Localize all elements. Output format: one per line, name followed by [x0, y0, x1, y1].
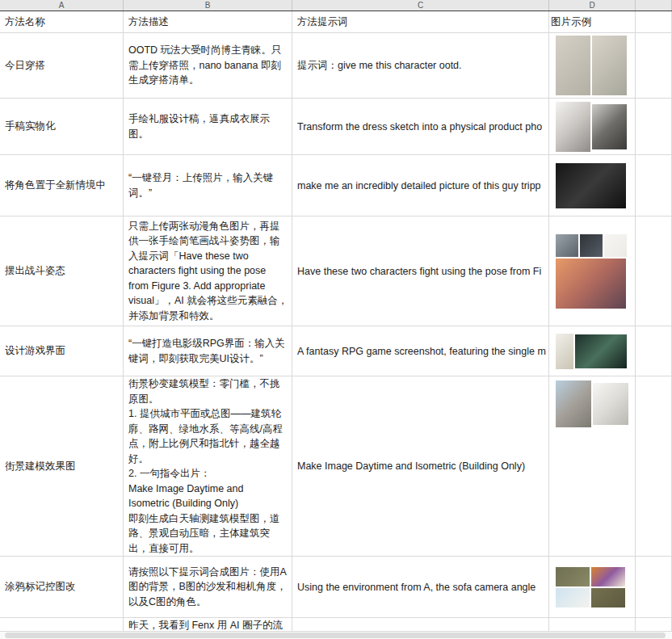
composite-source-b-explosion-image[interactable] [591, 567, 625, 586]
cell-empty[interactable] [636, 376, 672, 557]
anime-character-1-image[interactable] [556, 234, 578, 257]
column-header-C[interactable]: C [292, 0, 549, 11]
cell-example-images[interactable] [549, 557, 636, 618]
cell-method-description[interactable]: 街景秒变建筑模型：零门槛，不挑原图。 1. 提供城市平面或总图——建筑轮廓、路网… [124, 376, 292, 557]
table-row: 涂鸦标记控图改请按照以下提示词合成图片：使用A图的背景，B图的沙发和相机角度，以… [0, 557, 672, 618]
cell-method-prompt[interactable]: Using the environment from A, the sofa c… [292, 557, 549, 618]
cell-method-description[interactable]: “一键打造电影级RPG界面：输入关键词，即刻获取完美UI设计。” [124, 326, 292, 376]
cell-method-prompt[interactable]: Make Image Daytime and Isometric (Buildi… [292, 376, 549, 557]
column-header-A[interactable]: A [0, 0, 124, 11]
composite-result-image[interactable] [591, 588, 625, 607]
cell-method-prompt[interactable] [292, 618, 549, 632]
table-row: 手稿实物化手绘礼服设计稿，逼真成衣展示图。Transform the dress… [0, 99, 672, 155]
cell-example-images[interactable] [549, 217, 636, 326]
cell-method-name[interactable]: 涂鸦标记控图改 [0, 557, 124, 618]
cell-method-name[interactable]: 设计游戏界面 [0, 326, 124, 376]
cell-method-description[interactable]: “一键登月：上传照片，输入关键词。” [124, 155, 292, 217]
column-header-partial[interactable] [636, 0, 672, 11]
header-cell-2[interactable]: 方法提示词 [292, 11, 549, 33]
cell-method-prompt[interactable]: 提示词：give me this character ootd. [292, 33, 549, 99]
cell-example-images[interactable] [549, 326, 636, 376]
table-row: 方法名称方法描述方法提示词图片示例 [0, 11, 672, 33]
cell-method-name[interactable]: 街景建模效果图 [0, 376, 124, 557]
ootd-outfit-photo-standing-image[interactable] [556, 36, 590, 95]
example-image-group [555, 162, 629, 209]
composite-source-c-character-image[interactable] [556, 588, 590, 607]
cell-example-images[interactable] [549, 155, 636, 217]
cell-method-name[interactable]: 今日穿搭 [0, 33, 124, 99]
street-view-photo-image[interactable] [556, 380, 591, 427]
column-header-D[interactable]: D [549, 0, 636, 11]
header-cell-3[interactable]: 图片示例 [549, 11, 636, 33]
rpg-character-figure-image[interactable] [556, 334, 573, 369]
cell-method-description[interactable]: OOTD 玩法大受时尚博主青睐。只需上传穿搭照，nano banana 即刻生成… [124, 33, 292, 99]
cell-example-images[interactable] [549, 99, 636, 155]
cell-method-name[interactable]: 摆出战斗姿态 [0, 217, 124, 326]
rpg-game-screenshot-image[interactable] [575, 334, 627, 368]
table-row: 设计游戏界面“一键打造电影级RPG界面：输入关键词，即刻获取完美UI设计。”A … [0, 326, 672, 376]
table-row: 将角色置于全新情境中“一键登月：上传照片，输入关键词。”make me an i… [0, 155, 672, 217]
anime-character-2-image[interactable] [580, 234, 603, 257]
cell-method-prompt[interactable]: make me an incredibly detailed picture o… [292, 155, 549, 217]
table-row: 摆出战斗姿态只需上传两张动漫角色图片，再提供一张手绘简笔画战斗姿势图，输入提示词… [0, 217, 672, 326]
example-image-group [555, 233, 629, 309]
scrollbar-thumb[interactable] [5, 633, 666, 638]
table-row: 昨天，我看到 Fenx 用 AI 圈子的流 [0, 618, 672, 632]
spreadsheet-viewport: ABCD 方法名称方法描述方法提示词图片示例今日穿搭OOTD 玩法大受时尚博主青… [0, 0, 672, 639]
cell-empty[interactable] [636, 33, 672, 99]
cell-empty[interactable] [636, 557, 672, 618]
cell-method-description[interactable]: 手绘礼服设计稿，逼真成衣展示图。 [124, 99, 292, 155]
column-letter-strip: ABCD [0, 0, 672, 11]
fight-scene-result-image[interactable] [556, 259, 626, 309]
horizontal-scrollbar[interactable] [0, 632, 672, 639]
header-cell-empty[interactable] [636, 11, 672, 33]
column-header-B[interactable]: B [124, 0, 292, 11]
cell-example-images[interactable] [549, 33, 636, 99]
cell-example-images[interactable] [549, 618, 636, 632]
cell-method-name[interactable]: 手稿实物化 [0, 99, 124, 155]
ootd-outfit-photo-flatlay-image[interactable] [592, 36, 627, 95]
dress-physical-photo-image[interactable] [592, 104, 627, 149]
table-row: 今日穿搭OOTD 玩法大受时尚博主青睐。只需上传穿搭照，nano banana … [0, 33, 672, 99]
cell-empty[interactable] [636, 99, 672, 155]
example-image-group [555, 35, 629, 96]
cell-method-prompt[interactable]: Have these two characters fight using th… [292, 217, 549, 326]
composite-source-a-field-image[interactable] [556, 567, 590, 586]
cell-method-name[interactable]: 将角色置于全新情境中 [0, 155, 124, 217]
cell-empty[interactable] [636, 155, 672, 217]
cell-method-description[interactable]: 昨天，我看到 Fenx 用 AI 圈子的流 [124, 618, 292, 632]
example-image-group [555, 101, 629, 153]
dress-sketch-image[interactable] [556, 102, 590, 152]
example-image-group [555, 333, 629, 370]
cell-method-prompt[interactable]: Transform the dress sketch into a physic… [292, 99, 549, 155]
table-grid: 方法名称方法描述方法提示词图片示例今日穿搭OOTD 玩法大受时尚博主青睐。只需上… [0, 11, 672, 632]
cell-method-description[interactable]: 请按照以下提示词合成图片：使用A图的背景，B图的沙发和相机角度，以及C图的角色。 [124, 557, 292, 618]
cell-method-prompt[interactable]: A fantasy RPG game screenshot, featuring… [292, 326, 549, 376]
header-cell-1[interactable]: 方法描述 [124, 11, 292, 33]
example-image-group [555, 566, 629, 608]
header-cell-0[interactable]: 方法名称 [0, 11, 124, 33]
astronaut-moon-panels-image[interactable] [556, 163, 626, 208]
cell-example-images[interactable] [549, 376, 636, 557]
cell-empty[interactable] [636, 618, 672, 632]
cell-empty[interactable] [636, 217, 672, 326]
stick-figure-pose-sketch-image[interactable] [604, 234, 627, 257]
isometric-building-model-image[interactable] [593, 383, 628, 425]
cell-method-name[interactable] [0, 618, 124, 632]
example-image-group [555, 380, 629, 428]
cell-empty[interactable] [636, 326, 672, 376]
cell-method-description[interactable]: 只需上传两张动漫角色图片，再提供一张手绘简笔画战斗姿势图，输入提示词「Have … [124, 217, 292, 326]
table-row: 街景建模效果图街景秒变建筑模型：零门槛，不挑原图。 1. 提供城市平面或总图——… [0, 376, 672, 557]
